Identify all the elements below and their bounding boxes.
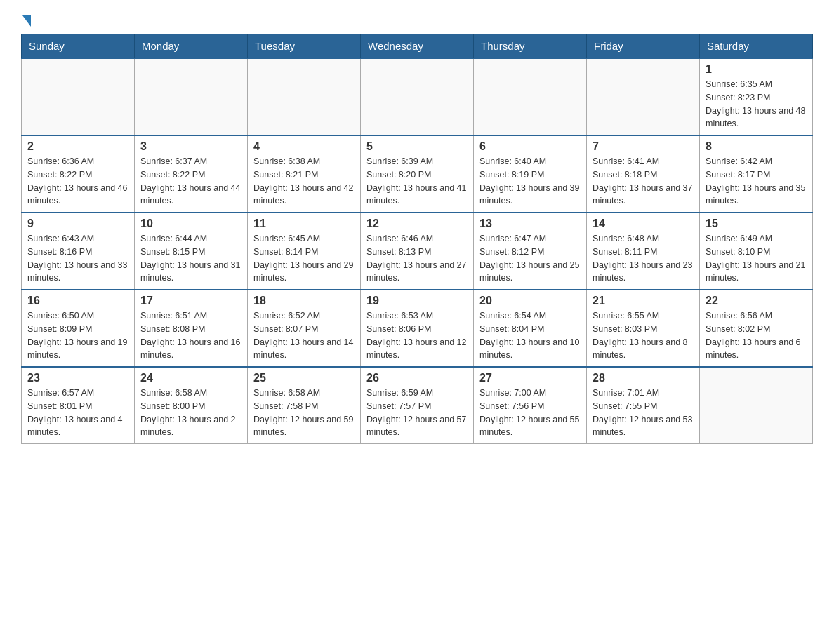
- calendar-cell: [700, 367, 813, 444]
- day-number: 1: [706, 63, 807, 76]
- day-info: Sunrise: 6:50 AM Sunset: 8:09 PM Dayligh…: [27, 309, 128, 362]
- calendar-cell: 10Sunrise: 6:44 AM Sunset: 8:15 PM Dayli…: [135, 213, 248, 290]
- calendar-header-tuesday: Tuesday: [248, 34, 361, 59]
- calendar-header-wednesday: Wednesday: [361, 34, 474, 59]
- week-row-1: 1Sunrise: 6:35 AM Sunset: 8:23 PM Daylig…: [22, 58, 813, 135]
- calendar-cell: 7Sunrise: 6:41 AM Sunset: 8:18 PM Daylig…: [587, 135, 700, 213]
- calendar-table: SundayMondayTuesdayWednesdayThursdayFrid…: [21, 34, 813, 444]
- calendar-cell: 24Sunrise: 6:58 AM Sunset: 8:00 PM Dayli…: [135, 367, 248, 444]
- day-number: 24: [140, 372, 241, 384]
- week-row-5: 23Sunrise: 6:57 AM Sunset: 8:01 PM Dayli…: [22, 367, 813, 444]
- day-info: Sunrise: 6:40 AM Sunset: 8:19 PM Dayligh…: [479, 155, 581, 208]
- day-info: Sunrise: 6:42 AM Sunset: 8:17 PM Dayligh…: [706, 155, 807, 208]
- calendar-cell: 17Sunrise: 6:51 AM Sunset: 8:08 PM Dayli…: [135, 290, 248, 367]
- calendar-header-monday: Monday: [135, 34, 248, 59]
- day-number: 5: [366, 140, 468, 153]
- day-number: 14: [593, 217, 694, 230]
- day-number: 12: [366, 217, 468, 230]
- calendar-cell: 3Sunrise: 6:37 AM Sunset: 8:22 PM Daylig…: [135, 135, 248, 213]
- day-number: 20: [479, 295, 581, 307]
- calendar-header-saturday: Saturday: [700, 34, 813, 59]
- day-info: Sunrise: 6:46 AM Sunset: 8:13 PM Dayligh…: [366, 232, 468, 285]
- day-number: 22: [706, 295, 807, 307]
- calendar-cell: 1Sunrise: 6:35 AM Sunset: 8:23 PM Daylig…: [700, 58, 813, 135]
- calendar-cell: [474, 58, 587, 135]
- calendar-cell: [587, 58, 700, 135]
- calendar-cell: 8Sunrise: 6:42 AM Sunset: 8:17 PM Daylig…: [700, 135, 813, 213]
- day-number: 3: [140, 140, 241, 153]
- calendar-cell: 2Sunrise: 6:36 AM Sunset: 8:22 PM Daylig…: [22, 135, 135, 213]
- day-info: Sunrise: 7:00 AM Sunset: 7:56 PM Dayligh…: [479, 387, 581, 439]
- day-number: 25: [253, 372, 355, 384]
- day-info: Sunrise: 7:01 AM Sunset: 7:55 PM Dayligh…: [593, 387, 694, 439]
- day-info: Sunrise: 6:36 AM Sunset: 8:22 PM Dayligh…: [27, 155, 128, 208]
- calendar-cell: 9Sunrise: 6:43 AM Sunset: 8:16 PM Daylig…: [22, 213, 135, 290]
- day-info: Sunrise: 6:55 AM Sunset: 8:03 PM Dayligh…: [593, 309, 694, 362]
- day-info: Sunrise: 6:47 AM Sunset: 8:12 PM Dayligh…: [479, 232, 581, 285]
- day-info: Sunrise: 6:52 AM Sunset: 8:07 PM Dayligh…: [253, 309, 355, 362]
- calendar-cell: 11Sunrise: 6:45 AM Sunset: 8:14 PM Dayli…: [248, 213, 361, 290]
- day-number: 23: [27, 372, 128, 384]
- day-info: Sunrise: 6:53 AM Sunset: 8:06 PM Dayligh…: [366, 309, 468, 362]
- day-number: 10: [140, 217, 241, 230]
- day-number: 19: [366, 295, 468, 307]
- day-number: 17: [140, 295, 241, 307]
- calendar-cell: 22Sunrise: 6:56 AM Sunset: 8:02 PM Dayli…: [700, 290, 813, 367]
- calendar-cell: 4Sunrise: 6:38 AM Sunset: 8:21 PM Daylig…: [248, 135, 361, 213]
- calendar-header-friday: Friday: [587, 34, 700, 59]
- logo: [21, 14, 31, 27]
- day-number: 26: [366, 372, 468, 384]
- calendar-cell: 16Sunrise: 6:50 AM Sunset: 8:09 PM Dayli…: [22, 290, 135, 367]
- day-info: Sunrise: 6:38 AM Sunset: 8:21 PM Dayligh…: [253, 155, 355, 208]
- calendar-cell: 23Sunrise: 6:57 AM Sunset: 8:01 PM Dayli…: [22, 367, 135, 444]
- day-number: 6: [479, 140, 581, 153]
- day-info: Sunrise: 6:57 AM Sunset: 8:01 PM Dayligh…: [27, 387, 128, 439]
- day-info: Sunrise: 6:44 AM Sunset: 8:15 PM Dayligh…: [140, 232, 241, 285]
- calendar-cell: 21Sunrise: 6:55 AM Sunset: 8:03 PM Dayli…: [587, 290, 700, 367]
- day-info: Sunrise: 6:37 AM Sunset: 8:22 PM Dayligh…: [140, 155, 241, 208]
- calendar-cell: [135, 58, 248, 135]
- week-row-4: 16Sunrise: 6:50 AM Sunset: 8:09 PM Dayli…: [22, 290, 813, 367]
- calendar-cell: 6Sunrise: 6:40 AM Sunset: 8:19 PM Daylig…: [474, 135, 587, 213]
- calendar-cell: [22, 58, 135, 135]
- day-info: Sunrise: 6:58 AM Sunset: 7:58 PM Dayligh…: [253, 387, 355, 439]
- day-number: 7: [593, 140, 694, 153]
- calendar-cell: 20Sunrise: 6:54 AM Sunset: 8:04 PM Dayli…: [474, 290, 587, 367]
- day-number: 15: [706, 217, 807, 230]
- day-number: 28: [593, 372, 694, 384]
- day-number: 16: [27, 295, 128, 307]
- day-number: 8: [706, 140, 807, 153]
- calendar-cell: 19Sunrise: 6:53 AM Sunset: 8:06 PM Dayli…: [361, 290, 474, 367]
- day-info: Sunrise: 6:51 AM Sunset: 8:08 PM Dayligh…: [140, 309, 241, 362]
- day-info: Sunrise: 6:49 AM Sunset: 8:10 PM Dayligh…: [706, 232, 807, 285]
- day-info: Sunrise: 6:48 AM Sunset: 8:11 PM Dayligh…: [593, 232, 694, 285]
- page-header: [21, 14, 813, 27]
- day-number: 18: [253, 295, 355, 307]
- calendar-header-sunday: Sunday: [22, 34, 135, 59]
- logo-triangle-icon: [22, 15, 31, 27]
- calendar-cell: 18Sunrise: 6:52 AM Sunset: 8:07 PM Dayli…: [248, 290, 361, 367]
- day-info: Sunrise: 6:56 AM Sunset: 8:02 PM Dayligh…: [706, 309, 807, 362]
- week-row-2: 2Sunrise: 6:36 AM Sunset: 8:22 PM Daylig…: [22, 135, 813, 213]
- day-number: 13: [479, 217, 581, 230]
- calendar-header-row: SundayMondayTuesdayWednesdayThursdayFrid…: [22, 34, 813, 59]
- calendar-cell: 25Sunrise: 6:58 AM Sunset: 7:58 PM Dayli…: [248, 367, 361, 444]
- calendar-cell: 13Sunrise: 6:47 AM Sunset: 8:12 PM Dayli…: [474, 213, 587, 290]
- day-number: 9: [27, 217, 128, 230]
- day-info: Sunrise: 6:35 AM Sunset: 8:23 PM Dayligh…: [706, 78, 807, 130]
- calendar-header-thursday: Thursday: [474, 34, 587, 59]
- calendar-cell: 12Sunrise: 6:46 AM Sunset: 8:13 PM Dayli…: [361, 213, 474, 290]
- day-number: 4: [253, 140, 355, 153]
- calendar-cell: 27Sunrise: 7:00 AM Sunset: 7:56 PM Dayli…: [474, 367, 587, 444]
- day-info: Sunrise: 6:58 AM Sunset: 8:00 PM Dayligh…: [140, 387, 241, 439]
- day-number: 2: [27, 140, 128, 153]
- day-number: 27: [479, 372, 581, 384]
- day-info: Sunrise: 6:41 AM Sunset: 8:18 PM Dayligh…: [593, 155, 694, 208]
- calendar-cell: 14Sunrise: 6:48 AM Sunset: 8:11 PM Dayli…: [587, 213, 700, 290]
- day-number: 11: [253, 217, 355, 230]
- calendar-cell: 15Sunrise: 6:49 AM Sunset: 8:10 PM Dayli…: [700, 213, 813, 290]
- day-info: Sunrise: 6:45 AM Sunset: 8:14 PM Dayligh…: [253, 232, 355, 285]
- day-info: Sunrise: 6:39 AM Sunset: 8:20 PM Dayligh…: [366, 155, 468, 208]
- calendar-cell: 26Sunrise: 6:59 AM Sunset: 7:57 PM Dayli…: [361, 367, 474, 444]
- week-row-3: 9Sunrise: 6:43 AM Sunset: 8:16 PM Daylig…: [22, 213, 813, 290]
